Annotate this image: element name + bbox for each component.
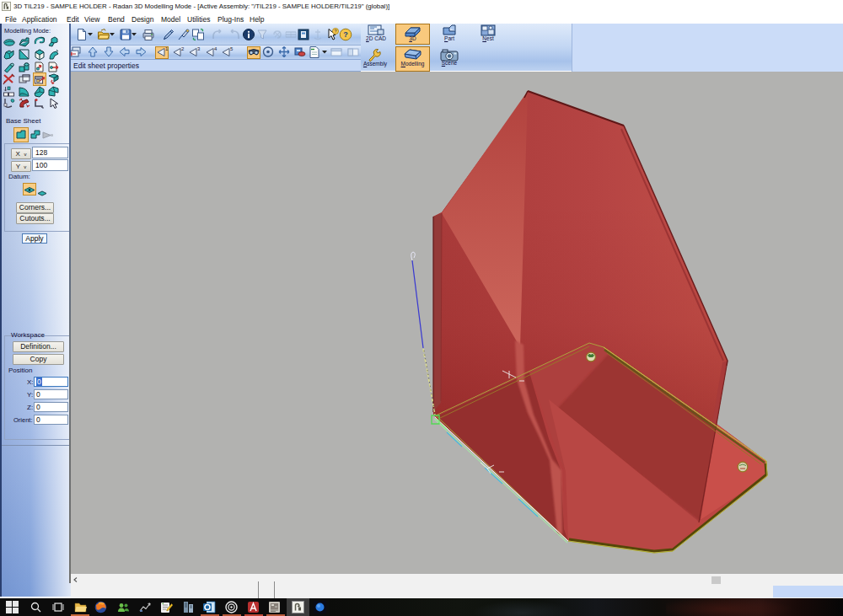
- svg-text:3: 3: [197, 46, 201, 51]
- svg-text:4: 4: [214, 46, 217, 51]
- svg-text:1: 1: [165, 46, 169, 51]
- svg-text:?: ?: [334, 28, 336, 33]
- svg-text:?: ?: [343, 30, 348, 39]
- svg-text:2: 2: [181, 46, 185, 51]
- svg-text:5: 5: [230, 46, 234, 51]
